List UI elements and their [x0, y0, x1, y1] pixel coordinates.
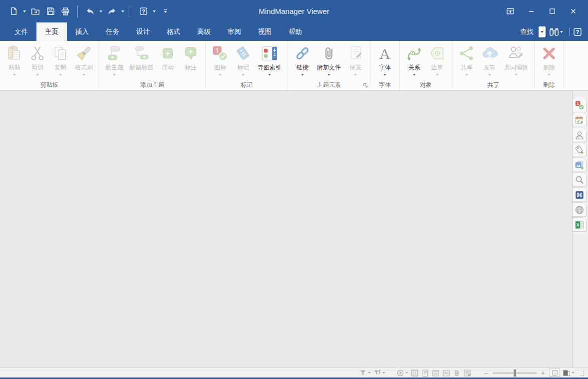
floating-topic-button[interactable]: 浮动 [156, 44, 179, 77]
undo-dropdown-icon[interactable] [99, 10, 102, 12]
font-button[interactable]: 字体 [373, 44, 396, 77]
zoom-slider-thumb[interactable] [514, 370, 516, 377]
view-switch-button[interactable] [563, 369, 575, 377]
pane-tab-resources[interactable] [573, 128, 587, 142]
zoom-out-button[interactable]: − [482, 370, 490, 377]
globe-icon [575, 205, 585, 215]
notes-button[interactable]: 便笺 [344, 44, 367, 77]
pane-tab-notes-n[interactable] [573, 188, 587, 202]
excel-icon [575, 220, 585, 230]
tab-review[interactable]: 审阅 [219, 22, 250, 41]
ribbon-group-add-topic: 新主题 新副标题 浮动 标注 添加主题 [99, 41, 206, 90]
dropdown-caret-icon [301, 74, 304, 76]
pane-tab-excel[interactable] [573, 217, 587, 232]
save-button[interactable] [44, 5, 57, 18]
view-switch-icon [563, 369, 571, 377]
help-button[interactable] [137, 5, 150, 18]
close-button[interactable] [566, 5, 580, 18]
chevron-down-icon [405, 372, 408, 374]
slides-view-button[interactable] [463, 369, 471, 377]
paperclip-icon [320, 45, 337, 62]
attach-file-button[interactable]: 附加文件 [314, 44, 344, 77]
n-bracket-icon [575, 190, 585, 200]
tab-insert[interactable]: 插入 [67, 22, 97, 41]
ribbon-display-options-button[interactable] [503, 5, 517, 18]
attachments-view-button[interactable] [453, 369, 461, 377]
search-icon [575, 175, 585, 185]
images-icon [575, 160, 585, 170]
paste-button[interactable]: 粘贴 [3, 44, 26, 77]
toolbar-separator [131, 5, 131, 17]
redo-dropdown-icon[interactable] [121, 10, 124, 12]
callout-button[interactable]: 标注 [179, 44, 202, 77]
tab-help[interactable]: 帮助 [280, 22, 310, 41]
relationship-button[interactable]: 关系 [403, 44, 426, 77]
tab-bar-separator [570, 27, 570, 36]
focus-topic-button[interactable] [396, 369, 408, 377]
scissors-icon [29, 45, 46, 62]
minimize-button[interactable] [524, 5, 538, 18]
co-editing-button[interactable]: 共同编辑 [501, 44, 531, 77]
zoom-slider[interactable] [493, 373, 537, 374]
tags-button[interactable]: 标记 [232, 44, 255, 77]
print-button[interactable] [59, 5, 72, 18]
tab-task[interactable]: 任务 [97, 22, 128, 41]
publish-button[interactable]: 发布 [478, 44, 501, 77]
dropdown-caret-icon [242, 74, 245, 76]
maximize-button[interactable] [545, 5, 559, 18]
resize-grip[interactable] [577, 369, 585, 377]
icons-view-icon [442, 369, 450, 377]
map-canvas[interactable] [0, 91, 572, 368]
tab-view[interactable]: 视图 [250, 22, 280, 41]
boundary-button[interactable]: 边界 [426, 44, 449, 77]
find-label[interactable]: 查找 [515, 22, 539, 41]
tab-format[interactable]: 格式 [158, 22, 189, 41]
link-button[interactable]: 链接 [291, 44, 314, 77]
fit-map-view-button[interactable] [411, 369, 419, 377]
help-dropdown-icon[interactable] [153, 10, 156, 12]
pane-tab-task-info[interactable] [573, 113, 587, 127]
cut-button[interactable]: 剪切 [26, 44, 49, 77]
dialog-launcher-icon[interactable] [363, 83, 368, 88]
outline-view-button[interactable] [421, 369, 429, 377]
power-filter-button[interactable] [373, 369, 385, 377]
dropdown-caret-icon [383, 74, 386, 76]
icons-button[interactable]: 图标 [209, 44, 232, 77]
schedule-view-button[interactable] [432, 369, 440, 377]
pane-tab-search[interactable] [573, 173, 587, 187]
open-file-button[interactable] [29, 5, 42, 18]
customize-toolbar-button[interactable] [159, 5, 172, 18]
pane-tab-tags[interactable] [573, 143, 587, 157]
icons-view-button[interactable] [442, 369, 450, 377]
format-painter-button[interactable]: 格式刷 [72, 44, 96, 77]
tab-design[interactable]: 设计 [128, 22, 158, 41]
search-dropdown-button[interactable] [539, 26, 546, 37]
tab-advanced[interactable]: 高级 [189, 22, 219, 41]
find-dropdown-icon[interactable] [560, 31, 563, 33]
find-binoculars-button[interactable] [549, 27, 564, 37]
undo-button[interactable] [83, 5, 96, 18]
fit-map-icon [411, 369, 419, 377]
topic-filter-button[interactable] [359, 369, 371, 377]
dropdown-caret-icon [82, 74, 85, 76]
new-subtopic-button[interactable]: 新副标题 [126, 44, 156, 77]
copy-button[interactable]: 复制 [49, 44, 72, 77]
pane-tab-icon-markers[interactable] [573, 98, 587, 112]
ribbon-group-topic-elements: 链接 附加文件 便笺 主题元素 [288, 41, 370, 90]
dropdown-caret-icon [268, 74, 271, 76]
fit-map-button[interactable] [550, 369, 560, 377]
zoom-in-button[interactable]: + [539, 370, 547, 377]
new-document-dropdown-icon[interactable] [23, 10, 26, 12]
redo-button[interactable] [105, 5, 118, 18]
new-document-button[interactable] [7, 5, 20, 18]
tab-home[interactable]: 主页 [36, 22, 67, 41]
map-index-button[interactable]: 导图索引 [255, 44, 285, 77]
share-button[interactable]: 共享 [455, 44, 478, 77]
delete-button[interactable]: 删除 [538, 44, 561, 77]
new-topic-button[interactable]: 新主题 [102, 44, 126, 77]
tab-file[interactable]: 文件 [6, 22, 36, 41]
pane-tab-web[interactable] [573, 202, 587, 217]
pane-tab-images[interactable] [573, 158, 587, 172]
brush-icon [75, 45, 92, 62]
ribbon-help-button[interactable] [573, 27, 582, 36]
